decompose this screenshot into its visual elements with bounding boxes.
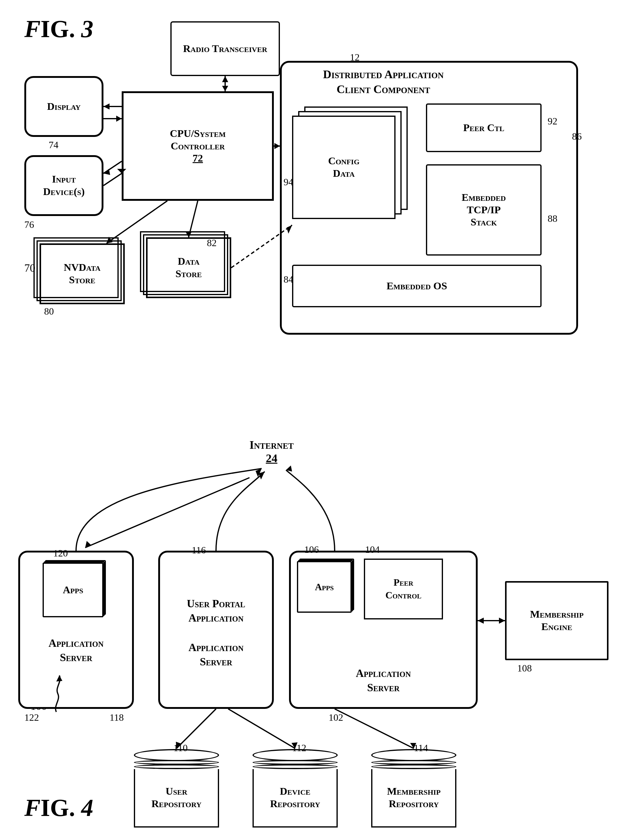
svg-marker-25 [478, 617, 484, 624]
app-server1-ref118: 118 [109, 712, 124, 723]
nvdata-ref: 80 [44, 306, 54, 317]
svg-marker-19 [256, 469, 262, 477]
svg-marker-4 [103, 103, 109, 109]
device-ref-70: 70 [24, 262, 35, 275]
app-server1-outer: Apps ApplicationServer [18, 551, 134, 709]
fig4-title: FIG. 4 [24, 794, 93, 822]
peer-ctl-box: Peer Ctl [426, 103, 542, 152]
membership-engine-box: MembershipEngine [505, 581, 608, 660]
fig3-title: FIG. 3 [24, 15, 93, 43]
embedded-os-ref: 84 [284, 274, 293, 285]
ref-86: 86 [572, 131, 582, 142]
app-server1-ref120: 120 [53, 548, 68, 559]
device-repo-ref: 112 [292, 742, 306, 753]
app-server3-outer: Apps PeerControl ApplicationServer [289, 551, 478, 709]
display-ref: 74 [49, 139, 58, 151]
app-server1-ref122: 122 [24, 712, 39, 723]
svg-marker-2 [222, 86, 228, 91]
user-repo-ref: 110 [174, 742, 188, 753]
internet-label: Internet 24 [250, 438, 294, 465]
config-data-ref: 94 [284, 177, 293, 188]
user-repo: UserRepository [134, 748, 219, 827]
embedded-os-box: Embedded OS [292, 265, 542, 307]
app-server3-ref102: 102 [328, 712, 343, 723]
svg-marker-8 [103, 169, 110, 175]
app-server2-outer: User PortalApplication ApplicationServer [158, 551, 274, 709]
svg-line-29 [228, 709, 295, 748]
input-ref: 76 [24, 219, 34, 230]
svg-line-22 [85, 478, 250, 548]
svg-marker-6 [116, 115, 122, 122]
peer-ctl-ref: 92 [548, 115, 557, 127]
svg-marker-1 [222, 76, 228, 82]
svg-marker-21 [286, 466, 292, 472]
app-server2-ref116: 116 [192, 545, 206, 556]
input-device-box: InputDevice(s) [24, 155, 103, 216]
svg-line-7 [103, 161, 122, 174]
svg-marker-20 [259, 472, 265, 480]
embedded-tcp-ref: 88 [548, 213, 557, 224]
dist-app-label: Distributed ApplicationClient Component [292, 67, 475, 97]
radio-transceiver-box: Radio Transceiver [171, 21, 280, 76]
app-server3-ref104: 104 [365, 544, 380, 555]
config-data-box: ConfigData [292, 115, 395, 219]
device-repo: DeviceRepository [253, 748, 338, 827]
svg-line-9 [103, 174, 122, 186]
svg-marker-18 [275, 143, 280, 149]
embedded-tcp-box: EmbeddedTCP/IPStack [426, 164, 542, 256]
cpu-box: CPU/SystemController72 [122, 91, 274, 201]
svg-marker-23 [85, 541, 91, 548]
membership-repo: MembershipRepository [371, 748, 456, 827]
membership-engine-ref: 108 [517, 663, 532, 674]
dist-ref-12: 12 [350, 52, 360, 63]
svg-line-31 [335, 709, 414, 748]
membership-repo-ref: 114 [414, 742, 428, 753]
data-store-ref: 82 [207, 237, 216, 249]
svg-marker-26 [499, 617, 505, 624]
display-box: Display [24, 76, 103, 137]
app-server3-ref106: 106 [304, 544, 319, 555]
